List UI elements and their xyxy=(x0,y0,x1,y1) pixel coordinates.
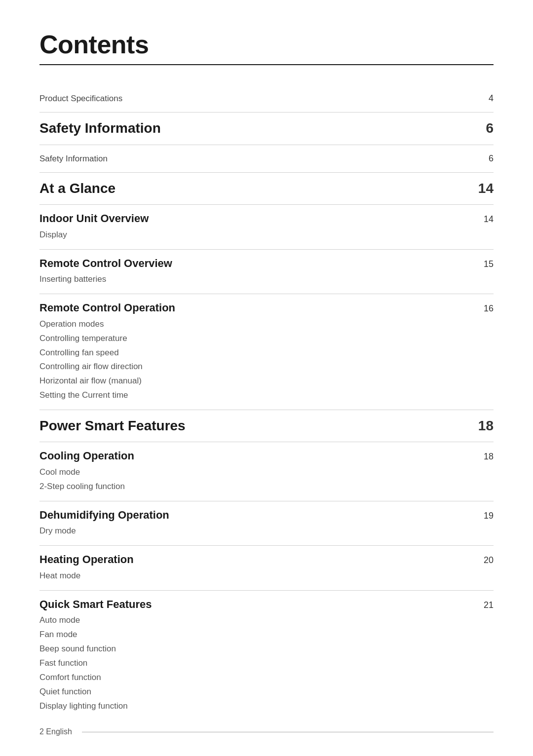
toc-entry-left: Remote Control Overview Inserting batter… xyxy=(39,257,474,287)
toc-subitem: Beep sound function xyxy=(39,642,474,656)
toc-entry-heating-operation[interactable]: Heating Operation Heat mode 20 xyxy=(39,546,494,590)
toc-entry-title: Product Specifications xyxy=(39,94,122,103)
toc-entry-safety-information-header[interactable]: Safety Information 6 xyxy=(39,113,494,145)
toc-entry-remote-control-operation[interactable]: Remote Control Operation Operation modes… xyxy=(39,294,494,410)
toc-subitem: Heat mode xyxy=(39,569,474,583)
toc-subitem: Display xyxy=(39,228,474,242)
page-footer: 2 English xyxy=(39,727,494,736)
toc-page-number: 6 xyxy=(474,120,494,136)
toc-section-heading: At a Glance xyxy=(39,181,115,196)
toc-page-number: 21 xyxy=(474,600,494,610)
toc-subitems: Cool mode 2-Step cooling function xyxy=(39,463,474,494)
toc-entry-left: Safety Information xyxy=(39,119,474,137)
toc-page-number: 6 xyxy=(474,153,494,164)
toc-subitems: Dry mode xyxy=(39,522,474,538)
toc-entry-left: Indoor Unit Overview Display xyxy=(39,212,474,242)
toc-page-number: 14 xyxy=(474,214,494,225)
toc-subitem: Controlling temperature xyxy=(39,332,474,346)
toc-page-number: 16 xyxy=(474,303,494,314)
footer-page-number: 2 xyxy=(39,727,44,736)
toc-subitems: Auto mode Fan mode Beep sound function F… xyxy=(39,611,474,713)
toc-entry-cooling-operation[interactable]: Cooling Operation Cool mode 2-Step cooli… xyxy=(39,442,494,501)
toc-subitem: Controlling fan speed xyxy=(39,346,474,360)
toc-subitems: Operation modes Controlling temperature … xyxy=(39,315,474,403)
toc-page-number: 20 xyxy=(474,555,494,566)
toc-subitem: Display lighting function xyxy=(39,699,474,714)
toc-entry-left: At a Glance xyxy=(39,180,474,197)
toc-entry-left: Remote Control Operation Operation modes… xyxy=(39,301,474,403)
toc-entry-product-specifications[interactable]: Product Specifications 4 xyxy=(39,85,494,113)
toc-page-number: 4 xyxy=(474,93,494,104)
toc-page-number: 19 xyxy=(474,511,494,521)
toc-entry-main-title: Remote Control Overview xyxy=(39,257,474,271)
toc-entry-left: Product Specifications xyxy=(39,92,474,105)
toc-entry-main-title: Heating Operation xyxy=(39,553,474,567)
toc-subitem: Inserting batteries xyxy=(39,272,474,287)
toc-page-number: 15 xyxy=(474,259,494,269)
toc-section-heading: Power Smart Features xyxy=(39,418,186,433)
page-title: Contents xyxy=(39,30,494,59)
toc-subitems: Inserting batteries xyxy=(39,270,474,287)
footer-page-info: 2 English xyxy=(39,727,72,736)
toc-entry-left: Dehumidifying Operation Dry mode xyxy=(39,508,474,538)
toc-subitem: Operation modes xyxy=(39,317,474,332)
toc-entry-indoor-unit-overview[interactable]: Indoor Unit Overview Display 14 xyxy=(39,205,494,249)
toc-entry-dehumidifying-operation[interactable]: Dehumidifying Operation Dry mode 19 xyxy=(39,501,494,546)
footer-language-label: English xyxy=(46,727,72,736)
toc-subitem: Comfort function xyxy=(39,671,474,685)
toc-entry-safety-information[interactable]: Safety Information 6 xyxy=(39,145,494,173)
toc-subitem: 2-Step cooling function xyxy=(39,480,474,494)
toc-subitem: Fan mode xyxy=(39,628,474,642)
toc-subitem: Cool mode xyxy=(39,465,474,480)
toc-section-heading: Safety Information xyxy=(39,120,161,136)
toc-entry-main-title: Dehumidifying Operation xyxy=(39,508,474,523)
toc-page-number: 18 xyxy=(474,452,494,462)
title-divider xyxy=(39,64,494,65)
toc-subitem: Fast function xyxy=(39,656,474,671)
toc-entry-title: Safety Information xyxy=(39,154,108,163)
table-of-contents: Product Specifications 4 Safety Informat… xyxy=(39,85,494,720)
toc-entry-quick-smart-features[interactable]: Quick Smart Features Auto mode Fan mode … xyxy=(39,591,494,720)
toc-entry-main-title: Quick Smart Features xyxy=(39,598,474,612)
toc-subitems: Display xyxy=(39,226,474,242)
toc-entry-left: Power Smart Features xyxy=(39,417,474,435)
toc-subitems: Heat mode xyxy=(39,567,474,583)
toc-subitem: Quiet function xyxy=(39,685,474,699)
toc-subitem: Controlling air flow direction xyxy=(39,360,474,374)
toc-entry-left: Quick Smart Features Auto mode Fan mode … xyxy=(39,598,474,714)
toc-entry-at-a-glance[interactable]: At a Glance 14 xyxy=(39,173,494,205)
toc-page-number: 18 xyxy=(474,418,494,434)
toc-page-number: 14 xyxy=(474,181,494,196)
toc-entry-main-title: Indoor Unit Overview xyxy=(39,212,474,226)
toc-entry-left: Safety Information xyxy=(39,152,474,165)
toc-entry-left: Heating Operation Heat mode xyxy=(39,553,474,583)
footer-line xyxy=(82,732,494,732)
toc-entry-main-title: Cooling Operation xyxy=(39,449,474,463)
toc-entry-power-smart-features[interactable]: Power Smart Features 18 xyxy=(39,410,494,442)
toc-entry-remote-control-overview[interactable]: Remote Control Overview Inserting batter… xyxy=(39,250,494,294)
toc-subitem: Auto mode xyxy=(39,613,474,628)
toc-entry-left: Cooling Operation Cool mode 2-Step cooli… xyxy=(39,449,474,493)
toc-entry-main-title: Remote Control Operation xyxy=(39,301,474,315)
toc-subitem: Horizontal air flow (manual) xyxy=(39,374,474,388)
toc-subitem: Dry mode xyxy=(39,524,474,538)
toc-subitem: Setting the Current time xyxy=(39,388,474,403)
